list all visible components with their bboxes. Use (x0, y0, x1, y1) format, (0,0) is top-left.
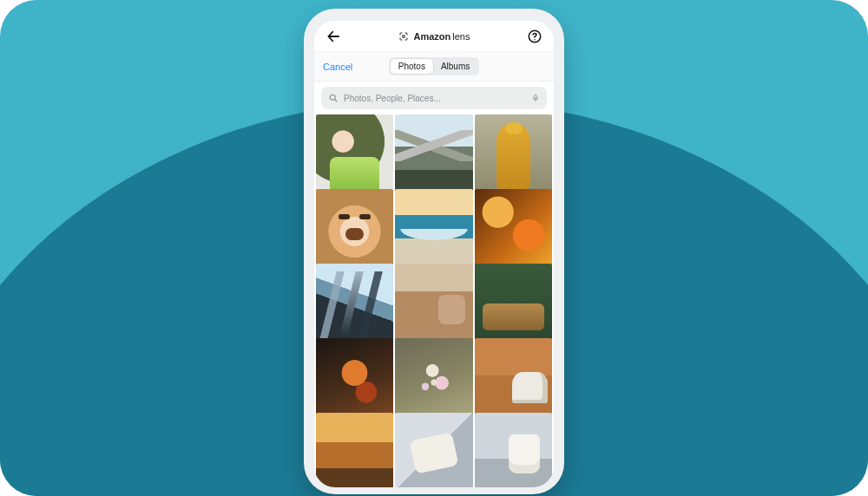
photo-thumb-white-backpack[interactable] (475, 413, 552, 487)
photo-thumb-skyscrapers[interactable] (316, 264, 393, 341)
photo-thumb-corgi-dog[interactable] (316, 189, 393, 266)
photo-thumb-sunset-bokeh-silhouette[interactable] (316, 338, 393, 415)
stage: Amazonlens Cancel Photos Albums (0, 0, 868, 496)
search-input[interactable] (344, 94, 526, 103)
svg-point-3 (534, 39, 536, 41)
photo-thumb-person-yellow-jacket[interactable] (475, 114, 552, 192)
segmented-control: Photos Albums (389, 57, 480, 75)
secondary-bar: Cancel Photos Albums (314, 52, 554, 82)
arrow-left-icon (326, 29, 341, 44)
title-light: lens (452, 31, 470, 42)
tab-photos[interactable]: Photos (391, 59, 433, 74)
svg-rect-6 (535, 95, 537, 99)
app-title: Amazonlens (349, 31, 519, 42)
photo-thumb-handbag-outfit[interactable] (395, 264, 472, 341)
app-bar: Amazonlens (314, 21, 554, 52)
photo-thumb-person-green-outfit[interactable] (316, 114, 393, 192)
mic-icon[interactable] (531, 93, 540, 103)
photo-thumb-beach-waves[interactable] (395, 189, 472, 266)
help-button[interactable] (524, 26, 545, 47)
photo-thumb-sneakers-tying[interactable] (395, 413, 472, 487)
photo-grid[interactable] (314, 114, 554, 487)
phone-frame: Amazonlens Cancel Photos Albums (304, 9, 564, 494)
search-icon (328, 93, 339, 103)
lens-icon (398, 31, 409, 42)
cancel-button[interactable]: Cancel (323, 62, 352, 72)
photo-thumb-flower-bouquet[interactable] (395, 338, 472, 415)
photo-thumb-mountain-landscape[interactable] (395, 114, 472, 192)
back-button[interactable] (323, 26, 344, 47)
photo-thumb-vintage-car-street[interactable] (475, 338, 552, 415)
search-bar[interactable] (321, 87, 547, 109)
photo-thumb-autumn-bokeh[interactable] (475, 189, 552, 266)
title-strong: Amazon (414, 31, 451, 42)
help-icon (527, 29, 542, 44)
photo-thumb-green-room-furniture[interactable] (475, 264, 552, 341)
svg-point-1 (402, 35, 404, 37)
svg-line-5 (335, 100, 337, 101)
photo-thumb-fall-leaves-cup[interactable] (316, 413, 393, 487)
phone-screen: Amazonlens Cancel Photos Albums (314, 21, 554, 487)
tab-albums[interactable]: Albums (433, 59, 477, 74)
